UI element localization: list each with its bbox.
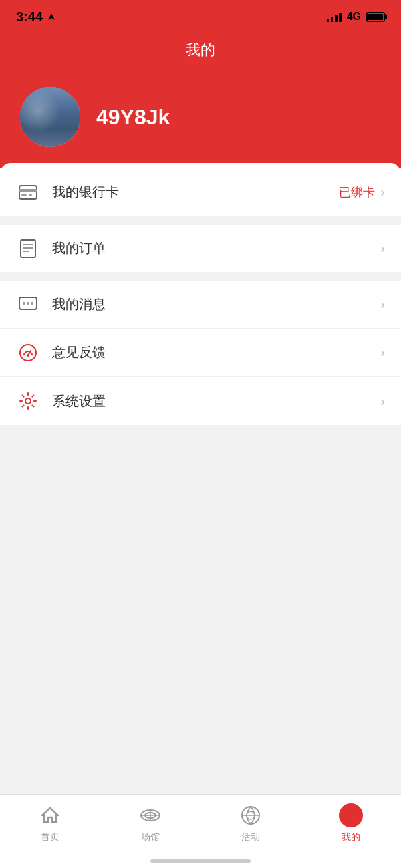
tab-bar: 首页 场馆 活动 [0, 794, 401, 868]
feedback-chevron: › [378, 345, 385, 360]
orders-chevron: › [378, 241, 385, 256]
svg-point-16 [25, 398, 31, 404]
menu-item-messages[interactable]: 我的消息 › [0, 281, 401, 329]
settings-label: 系统设置 [52, 392, 378, 410]
chevron-icon: › [380, 345, 385, 360]
time-text: 3:44 [16, 9, 43, 25]
nav-arrow-icon [47, 12, 56, 21]
home-icon [38, 803, 62, 827]
status-right: 4G [327, 11, 385, 23]
page-title: 我的 [0, 40, 401, 60]
menu-item-bank-card[interactable]: 我的银行卡 已绑卡 › [0, 168, 401, 216]
tab-venue-label: 场馆 [141, 831, 160, 843]
separator-1 [0, 216, 401, 225]
venue-icon [138, 803, 162, 827]
messages-icon [16, 293, 40, 317]
svg-point-13 [20, 345, 36, 361]
menu-item-orders[interactable]: 我的订单 › [0, 225, 401, 273]
page-header: 我的 [0, 33, 401, 74]
bank-card-status-text: 已绑卡 [339, 184, 375, 200]
profile-section: 49Y8Jk [0, 74, 401, 174]
messages-chevron: › [378, 297, 385, 312]
chevron-icon: › [380, 394, 385, 409]
orders-label: 我的订单 [52, 239, 378, 257]
tab-venue[interactable]: 场馆 [100, 803, 200, 843]
chevron-icon: › [380, 241, 385, 256]
svg-point-12 [31, 302, 33, 305]
activity-icon [239, 803, 263, 827]
tab-home-label: 首页 [41, 831, 59, 843]
status-bar: 3:44 4G [0, 0, 401, 33]
tab-mine-label: 我的 [342, 831, 360, 843]
status-time: 3:44 [16, 9, 56, 25]
tab-activity[interactable]: 活动 [200, 803, 301, 843]
home-indicator [150, 859, 251, 863]
svg-rect-4 [29, 194, 32, 196]
messages-label: 我的消息 [52, 295, 378, 313]
bank-card-status: 已绑卡 › [339, 184, 385, 200]
tab-mine[interactable]: 我的 [301, 803, 401, 843]
svg-marker-0 [48, 13, 55, 20]
feedback-icon [16, 341, 40, 365]
tab-activity-label: 活动 [241, 831, 260, 843]
svg-rect-2 [19, 189, 37, 192]
chevron-icon: › [380, 184, 385, 200]
orders-icon [16, 237, 40, 261]
signal-icon [327, 11, 342, 22]
network-label: 4G [347, 11, 361, 23]
mine-icon [339, 803, 363, 827]
settings-icon [16, 389, 40, 413]
separator-2 [0, 273, 401, 281]
menu-card: 我的银行卡 已绑卡 › 我的订单 › [0, 163, 401, 425]
bank-card-icon [16, 180, 40, 204]
avatar[interactable] [20, 87, 80, 147]
svg-point-11 [27, 302, 29, 305]
empty-area [0, 425, 401, 752]
bank-card-label: 我的银行卡 [52, 183, 339, 201]
menu-item-feedback[interactable]: 意见反馈 › [0, 329, 401, 377]
username: 49Y8Jk [96, 105, 170, 130]
menu-item-settings[interactable]: 系统设置 › [0, 377, 401, 425]
battery-icon [366, 12, 385, 22]
feedback-label: 意见反馈 [52, 343, 378, 361]
tab-home[interactable]: 首页 [0, 803, 100, 843]
chevron-icon: › [380, 297, 385, 312]
svg-rect-3 [21, 194, 27, 196]
settings-chevron: › [378, 394, 385, 409]
svg-point-10 [23, 302, 25, 305]
svg-rect-1 [19, 186, 37, 199]
svg-point-15 [27, 354, 29, 357]
